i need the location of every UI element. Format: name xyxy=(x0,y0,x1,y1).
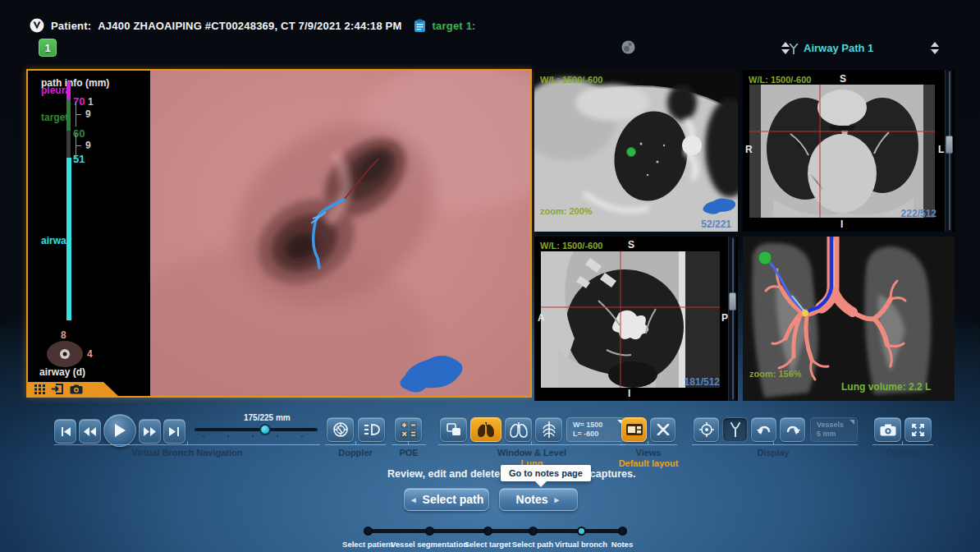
virtual-bronchoscopy-app: Patient: AJ400 ZHAOAIPING #CT00248369, C… xyxy=(0,0,980,552)
step-dot-notes[interactable] xyxy=(618,527,627,536)
tip-value: 1 xyxy=(88,96,94,108)
nav-slider-thumb[interactable] xyxy=(259,424,271,435)
sagittal-orient-s: S xyxy=(628,239,634,251)
poe-button[interactable] xyxy=(395,417,422,442)
skip-to-end-button[interactable] xyxy=(163,419,185,444)
headlight-button[interactable] xyxy=(358,417,385,442)
patient-label: Patient: xyxy=(51,20,91,32)
target-label: target 1: xyxy=(433,20,476,32)
airway-cross-section-icon xyxy=(46,340,84,368)
views-group-sublabel: Default layout xyxy=(607,458,689,468)
step-dot-select-target[interactable] xyxy=(483,527,492,536)
wl-group-label: Window & Level xyxy=(450,448,614,458)
sagittal-ct-image xyxy=(541,251,720,388)
coronal-scrollbar[interactable] xyxy=(945,70,952,232)
app-logo-icon xyxy=(30,18,44,33)
back-arrow-icon: ◄ xyxy=(410,495,418,504)
nav-position-value: 175/225 mm xyxy=(244,413,291,422)
airway-label: airway xyxy=(41,235,71,246)
airway-path-toggle-button[interactable] xyxy=(722,417,748,442)
pleura-label: pleura xyxy=(41,85,71,96)
sagittal-ct-view[interactable]: W/L: 1500/-600 S A P I 181/512 xyxy=(534,237,738,401)
coronal-orient-r: R xyxy=(745,144,753,155)
axial-slice-number: 52/221 xyxy=(701,218,731,230)
sagittal-scrollbar[interactable] xyxy=(728,237,735,401)
wl-lung-preset-button[interactable] xyxy=(470,417,501,442)
vessels-size-box[interactable]: Vessels 5 mm xyxy=(810,417,858,442)
sagittal-scrollbar-thumb[interactable] xyxy=(729,292,736,310)
target-1-badge[interactable]: 1 xyxy=(39,39,57,57)
step-dot-virtual-bronch[interactable] xyxy=(577,527,586,536)
rewind-button[interactable] xyxy=(79,419,101,444)
coronal-ct-view[interactable]: W/L: 1500/-600 S R L I 222/512 xyxy=(743,70,955,232)
screenshot-button[interactable] xyxy=(874,417,901,442)
axial-zoom-label: zoom: 200% xyxy=(540,206,593,216)
nav-slider-track[interactable] xyxy=(195,428,318,431)
patient-info: AJ400 ZHAOAIPING #CT00248369, CT 7/9/202… xyxy=(98,20,401,32)
header-bar: Patient: AJ400 ZHAOAIPING #CT00248369, C… xyxy=(30,18,476,33)
vessels-expand-icon[interactable] xyxy=(849,420,854,425)
grid-icon[interactable] xyxy=(34,384,45,394)
step-dot-select-patient[interactable] xyxy=(364,527,373,536)
segment2-length: 9 xyxy=(85,140,91,151)
sphere-icon[interactable] xyxy=(621,40,635,54)
airway-spinner-up-down-icon[interactable] xyxy=(930,42,940,54)
coronal-slice-number: 222/512 xyxy=(901,208,936,219)
airway-width-value: 8 xyxy=(61,329,66,341)
bronchoscopy-3d-view[interactable] xyxy=(150,71,530,396)
step-dot-select-path[interactable] xyxy=(529,527,538,536)
play-button[interactable] xyxy=(103,414,136,447)
airway-height-value: 4 xyxy=(87,348,93,360)
sagittal-orient-p: P xyxy=(721,312,728,324)
wl-level-value: L= -600 xyxy=(573,430,625,439)
sagittal-slice-number: 181/512 xyxy=(685,376,720,388)
target-label-pathbar: target xyxy=(41,112,68,123)
crosshair-toggle-button[interactable] xyxy=(694,417,719,442)
select-path-button-label: Select path xyxy=(423,493,484,506)
nav-group-label: Virtual Bronch Navigation xyxy=(105,448,269,458)
airway-tree-3d-view[interactable]: zoom: 156% Lung volume: 2.2 L xyxy=(743,237,955,401)
coronal-wl-label: W/L: 1500/-600 xyxy=(749,75,811,85)
segment1-length: 9 xyxy=(85,108,91,120)
step-dot-vessel-segmentation[interactable] xyxy=(425,527,434,536)
doppler-gauge-button[interactable] xyxy=(327,417,354,442)
sagittal-orient-i: I xyxy=(628,388,630,399)
coronal-orient-l: L xyxy=(938,144,944,155)
sagittal-wl-label: W/L: 1500/-600 xyxy=(540,241,602,251)
bronchoscopy-panel[interactable]: path info (mm) pleura 70 1 9 target 60 9… xyxy=(26,69,532,398)
airway-path-selector[interactable]: Airway Path 1 xyxy=(804,42,873,54)
airway-start-value: 51 xyxy=(73,153,85,165)
sagittal-orient-a: A xyxy=(538,312,545,324)
fast-forward-button[interactable] xyxy=(139,419,161,444)
skip-to-start-button[interactable] xyxy=(54,419,76,444)
enter-view-icon[interactable] xyxy=(51,384,64,394)
fullscreen-button[interactable] xyxy=(904,417,932,442)
wl-values-box[interactable]: W= 1500 L= -600 xyxy=(566,417,625,442)
axial-ct-view[interactable]: W/L: 1500/-600 zoom: 200% 52/221 xyxy=(534,70,738,232)
redo-button[interactable] xyxy=(780,417,805,442)
step-label-notes: Notes xyxy=(581,540,663,549)
options-group-label: Options xyxy=(862,448,944,458)
clipboard-icon[interactable] xyxy=(414,19,426,33)
coronal-ct-image xyxy=(749,85,935,218)
airway-branch-y-icon xyxy=(789,44,799,54)
axial-wl-label: W/L: 1500/-600 xyxy=(540,75,602,85)
wl-bone-preset-button[interactable] xyxy=(535,417,562,442)
wl-lungs-outline-button[interactable] xyxy=(505,417,532,442)
tree3d-zoom-label: zoom: 156% xyxy=(749,369,802,379)
notes-button[interactable]: Notes ► xyxy=(499,488,578,511)
vessels-size-value: 5 mm xyxy=(817,430,857,439)
coronal-scrollbar-thumb[interactable] xyxy=(946,136,953,154)
select-path-button[interactable]: ◄ Select path xyxy=(404,488,489,511)
undo-button[interactable] xyxy=(751,417,776,442)
airway-d-label: airway (d) xyxy=(39,366,85,378)
swap-views-button[interactable] xyxy=(650,417,675,442)
next-arrow-icon: ► xyxy=(553,495,561,504)
wl-layers-button[interactable] xyxy=(440,417,467,442)
notes-tooltip: Go to notes page xyxy=(501,465,591,481)
poe-group-label: POE xyxy=(368,448,450,458)
coronal-orient-i: I xyxy=(840,218,843,230)
default-layout-button[interactable] xyxy=(621,417,647,442)
snapshot-camera-icon[interactable] xyxy=(70,384,83,394)
path-info-sidebar: path info (mm) pleura 70 1 9 target 60 9… xyxy=(28,71,151,396)
